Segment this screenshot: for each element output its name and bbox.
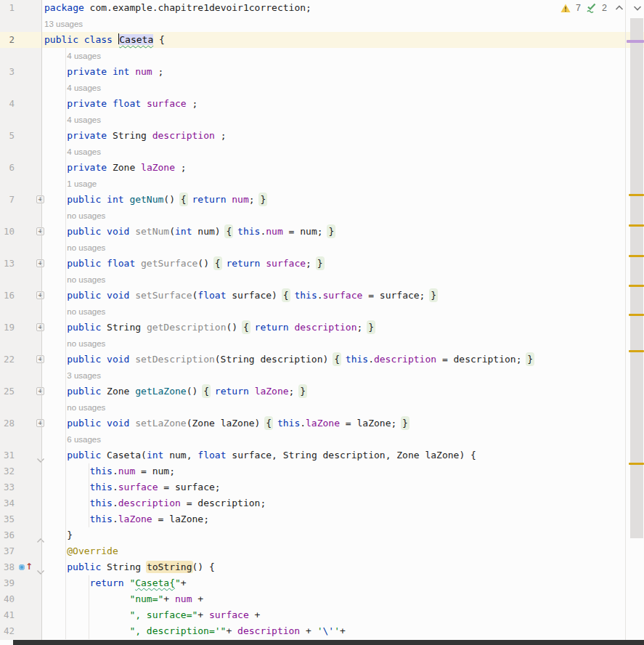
- line-number-34[interactable]: 34: [0, 495, 15, 511]
- code-line-22[interactable]: 22+public void setDescription(String des…: [0, 352, 644, 368]
- warning-stripe-mark[interactable]: [629, 314, 644, 316]
- line-number-19[interactable]: 19: [0, 320, 15, 336]
- line-number-25[interactable]: 25: [0, 384, 15, 399]
- usages-inlay-hint[interactable]: 4 usages: [67, 80, 101, 96]
- usages-inlay-hint[interactable]: 3 usages: [67, 368, 101, 384]
- line-number-6[interactable]: 6: [0, 160, 15, 176]
- code-line-38[interactable]: 38↑public String toString() {: [0, 559, 644, 575]
- warning-stripe-mark[interactable]: [629, 285, 644, 287]
- code-line-7[interactable]: 7+public int getNum() { return num; }: [0, 192, 644, 208]
- warning-stripe-mark[interactable]: [629, 224, 644, 227]
- warning-stripe-mark[interactable]: [629, 255, 644, 257]
- usages-hint-row[interactable]: 4 usages: [0, 112, 644, 128]
- usages-hint-row[interactable]: no usages: [0, 208, 644, 224]
- code-line-4[interactable]: 4private float surface ;: [0, 96, 644, 112]
- usages-hint-row[interactable]: no usages: [0, 240, 644, 256]
- line-number-35[interactable]: 35: [0, 511, 15, 527]
- code-line-28[interactable]: 28+public void setLaZone(Zone laZone) { …: [0, 415, 644, 431]
- line-number-39[interactable]: 39: [0, 575, 15, 591]
- code-line-19[interactable]: 19+public String getDescription() { retu…: [0, 320, 644, 336]
- usages-inlay-hint[interactable]: no usages: [67, 399, 105, 415]
- line-number-5[interactable]: 5: [0, 128, 15, 144]
- code-line-36[interactable]: 36}: [0, 527, 644, 543]
- line-number-42[interactable]: 42: [0, 623, 15, 639]
- usages-hint-row[interactable]: 13 usages: [0, 16, 644, 32]
- code-line-40[interactable]: 40"num="+ num +: [0, 591, 644, 607]
- usages-hint-row[interactable]: no usages: [0, 272, 644, 288]
- usages-inlay-hint[interactable]: no usages: [67, 272, 105, 288]
- code-line-35[interactable]: 35this.laZone = laZone;: [0, 511, 644, 527]
- code-line-13[interactable]: 13+public float getSurface() { return su…: [0, 256, 644, 272]
- line-number-33[interactable]: 33: [0, 479, 15, 495]
- fold-collapsed-icon[interactable]: +: [36, 259, 44, 267]
- warning-stripe-mark[interactable]: [629, 463, 644, 465]
- usages-inlay-hint[interactable]: 4 usages: [67, 112, 101, 128]
- code-line-31[interactable]: 31public Caseta(int num, float surface, …: [0, 447, 644, 463]
- fold-collapsed-icon[interactable]: +: [36, 291, 44, 299]
- code-line-42[interactable]: 42", description='"+ description + '\''+: [0, 623, 644, 639]
- usages-hint-row[interactable]: 6 usages: [0, 431, 644, 447]
- usages-hint-row[interactable]: 3 usages: [0, 368, 644, 384]
- line-number-7[interactable]: 7: [0, 192, 15, 208]
- code-line-39[interactable]: 39return "Caseta{"+: [0, 575, 644, 591]
- code-line-25[interactable]: 25+public Zone getLaZone() { return laZo…: [0, 384, 644, 399]
- code-line-10[interactable]: 10+public void setNum(int num) { this.nu…: [0, 224, 644, 240]
- typos-icon[interactable]: [586, 3, 597, 13]
- usages-hint-row[interactable]: no usages: [0, 336, 644, 352]
- line-number-32[interactable]: 32: [0, 463, 15, 479]
- code-line-5[interactable]: 5private String description ;: [0, 128, 644, 144]
- override-marker-icon[interactable]: ↑: [19, 563, 32, 572]
- line-number-41[interactable]: 41: [0, 607, 15, 623]
- line-number-1[interactable]: 1: [0, 0, 15, 16]
- line-number-31[interactable]: 31: [0, 447, 15, 463]
- warning-stripe-mark[interactable]: [629, 350, 644, 352]
- previous-issue-button[interactable]: [615, 5, 624, 11]
- line-number-2[interactable]: 2: [0, 32, 15, 48]
- line-number-10[interactable]: 10: [0, 224, 15, 240]
- usages-inlay-hint[interactable]: 1 usage: [67, 176, 97, 192]
- usages-hint-row[interactable]: no usages: [0, 399, 644, 415]
- line-number-37[interactable]: 37: [0, 543, 15, 559]
- line-number-16[interactable]: 16: [0, 288, 15, 304]
- fold-collapsed-icon[interactable]: +: [36, 323, 44, 331]
- line-number-38[interactable]: 38: [0, 559, 15, 575]
- typos-count[interactable]: 2: [602, 0, 607, 16]
- line-number-13[interactable]: 13: [0, 256, 15, 272]
- usages-inlay-hint[interactable]: 6 usages: [67, 431, 101, 447]
- line-number-22[interactable]: 22: [0, 352, 15, 368]
- code-line-6[interactable]: 6private Zone laZone ;: [0, 160, 644, 176]
- line-number-4[interactable]: 4: [0, 96, 15, 112]
- line-number-3[interactable]: 3: [0, 64, 15, 80]
- usages-inlay-hint[interactable]: no usages: [67, 304, 105, 320]
- code-line-34[interactable]: 34this.description = description;: [0, 495, 644, 511]
- warnings-count[interactable]: 7: [576, 0, 581, 16]
- usages-hint-row[interactable]: no usages: [0, 304, 644, 320]
- line-number-36[interactable]: 36: [0, 527, 15, 543]
- fold-expanded-icon[interactable]: [36, 453, 45, 459]
- fold-collapsed-icon[interactable]: +: [36, 355, 44, 363]
- usages-hint-row[interactable]: 4 usages: [0, 48, 644, 64]
- usages-inlay-hint[interactable]: no usages: [67, 336, 105, 352]
- fold-expanded-icon[interactable]: [36, 564, 45, 571]
- fold-collapsed-icon[interactable]: +: [36, 387, 44, 395]
- code-line-16[interactable]: 16+public void setSurface(float surface)…: [0, 288, 644, 304]
- fold-end-icon[interactable]: [36, 532, 45, 539]
- fold-collapsed-icon[interactable]: +: [36, 195, 44, 203]
- code-line-37[interactable]: 37@Override: [0, 543, 644, 559]
- warnings-icon[interactable]: [561, 4, 571, 13]
- code-line-32[interactable]: 32this.num = num;: [0, 463, 644, 479]
- code-line-2[interactable]: 2public class Caseta {: [0, 32, 644, 48]
- code-line-1[interactable]: 1package com.example.chapitre1devoir1cor…: [0, 0, 644, 16]
- usages-hint-row[interactable]: 4 usages: [0, 80, 644, 96]
- caret-position-stripe-mark[interactable]: [627, 40, 644, 43]
- fold-collapsed-icon[interactable]: +: [36, 419, 44, 427]
- usages-inlay-hint[interactable]: 13 usages: [44, 16, 83, 32]
- usages-inlay-hint[interactable]: no usages: [67, 208, 105, 224]
- fold-collapsed-icon[interactable]: +: [36, 227, 44, 235]
- usages-inlay-hint[interactable]: no usages: [67, 240, 105, 256]
- usages-hint-row[interactable]: 1 usage: [0, 176, 644, 192]
- line-number-40[interactable]: 40: [0, 591, 15, 607]
- code-line-33[interactable]: 33this.surface = surface;: [0, 479, 644, 495]
- code-line-3[interactable]: 3private int num ;: [0, 64, 644, 80]
- usages-inlay-hint[interactable]: 4 usages: [67, 144, 101, 160]
